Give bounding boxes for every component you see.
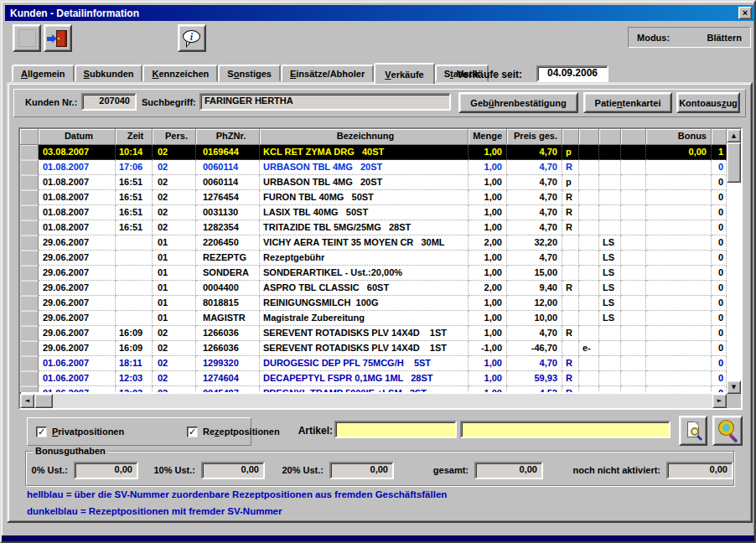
bonusguthaben-label: Bonusguthaben — [33, 446, 108, 456]
row-selector[interactable] — [20, 296, 39, 311]
col-header-datum[interactable]: Datum — [39, 129, 116, 145]
blank-toolbar-button[interactable] — [13, 24, 41, 52]
row-selector[interactable] — [20, 145, 39, 160]
table-row[interactable]: 01.06.200718:11021299320DUROGESIC DEP PF… — [20, 356, 727, 371]
col-header-phznr[interactable]: PhZNr. — [196, 129, 260, 145]
exit-button[interactable] — [44, 24, 72, 52]
row-selector[interactable] — [20, 190, 39, 205]
close-button[interactable]: × — [738, 7, 752, 19]
table-row[interactable]: 01.08.200717:06020060114URBASON TBL 4MG … — [20, 160, 727, 175]
table-row[interactable]: 29.06.2007012206450VICHY AERA TEINT 35 M… — [20, 235, 727, 251]
privatpositionen-checkbox[interactable]: ✓ Privatpositionen — [36, 427, 124, 437]
cell-bezeichnung: Rezeptgebühr — [260, 251, 469, 266]
table-row[interactable]: 01.06.200712:03020045497PREGNYL TRAMP 50… — [20, 386, 727, 392]
table-row[interactable]: 03.08.200710:14020169644KCL RET ZYMA DRG… — [20, 145, 727, 160]
vertical-scrollbar[interactable]: ▲ ▼ — [727, 129, 741, 394]
row-selector[interactable] — [20, 311, 39, 326]
tab-allgemein[interactable]: Allgemein — [12, 65, 75, 82]
tab-einsätze-abholer[interactable]: Einsätze/Abholer — [281, 65, 374, 82]
cell-flag-rezept: p — [562, 145, 579, 160]
cell-flag-extra — [621, 311, 646, 326]
hscroll-thumb[interactable] — [34, 394, 53, 408]
tab-verkäufe[interactable]: Verkäufe — [374, 63, 434, 84]
cell-datum: 01.08.2007 — [39, 220, 116, 235]
cell-datum: 29.06.2007 — [39, 311, 116, 326]
cell-flag-count: 0 — [712, 326, 727, 341]
table-row[interactable]: 01.08.200716:51021276454FURON TBL 40MG 5… — [20, 190, 727, 205]
table-row[interactable]: 29.06.200716:09021266036SEREVENT ROTADIS… — [20, 341, 727, 356]
row-selector[interactable] — [20, 205, 39, 220]
search-button[interactable] — [712, 416, 743, 446]
col-header-preis[interactable]: Preis ges. — [507, 129, 562, 145]
info-button[interactable]: i — [178, 24, 206, 52]
kunden-nr-field[interactable]: 207040 — [81, 93, 137, 111]
table-row[interactable]: 01.08.200716:51020060114URBASON TBL 4MG … — [20, 175, 727, 190]
row-selector[interactable] — [20, 326, 39, 341]
table-row[interactable]: 01.06.200712:03021274604DECAPEPTYL FSPR … — [20, 371, 727, 386]
row-selector[interactable] — [20, 281, 39, 296]
row-selector[interactable] — [20, 251, 39, 266]
col-header-zeit[interactable]: Zeit — [116, 129, 153, 145]
scroll-left-button[interactable]: ◄ — [20, 394, 34, 408]
col-header-flag-rezept[interactable] — [562, 129, 579, 145]
search-magnifier-icon — [719, 421, 733, 435]
checkbox-icon: ✓ — [187, 427, 198, 437]
cell-pers: 02 — [153, 341, 196, 356]
artikel-input-2[interactable] — [460, 421, 671, 438]
cell-pers: 01 — [153, 235, 196, 251]
artikel-input-1[interactable] — [334, 421, 457, 438]
table-row[interactable]: 29.06.2007018018815REINIGUNGSMILCH 100G1… — [20, 296, 727, 311]
table-row[interactable]: 01.08.200716:51021282354TRITAZIDE TBL 5M… — [20, 220, 727, 235]
row-selector[interactable] — [20, 160, 39, 175]
kontoauszug-button[interactable]: Kontoauszug — [676, 92, 740, 113]
verkaeufe-seit-field[interactable]: 04.09.2006 — [536, 65, 608, 82]
cell-menge: 1,00 — [469, 175, 507, 190]
row-selector[interactable] — [20, 386, 39, 392]
cell-flag-rezept: R — [562, 371, 579, 386]
patientenkartei-button[interactable]: Patientenkartei — [583, 92, 672, 113]
col-header-flag-extra[interactable] — [621, 129, 646, 145]
cell-zeit — [116, 251, 153, 266]
suchbegriff-field[interactable]: FARINGER HERTHA — [199, 93, 451, 111]
row-selector[interactable] — [20, 341, 39, 356]
col-header-bonus[interactable]: Bonus — [646, 129, 712, 145]
col-header-pers[interactable]: Pers. — [153, 129, 196, 145]
row-selector[interactable] — [20, 235, 39, 251]
cell-flag-extra — [621, 326, 646, 341]
row-selector[interactable] — [20, 266, 39, 281]
col-header-flag-ls[interactable] — [599, 129, 621, 145]
print-preview-button[interactable] — [679, 416, 707, 446]
title-bar[interactable]: Kunden - Detailinformation × — [5, 5, 754, 21]
cell-flag-rezept — [562, 251, 579, 266]
table-row[interactable]: 29.06.200701REZEPTGRezeptgebühr1,004,70L… — [20, 251, 727, 266]
table-row[interactable]: 29.06.2007010004400ASPRO TBL CLASSIC 60S… — [20, 281, 727, 296]
horizontal-scrollbar[interactable]: ◄ ► — [20, 394, 727, 408]
table-row[interactable]: 29.06.200701SONDERASONDERARTIKEL - Ust.:… — [20, 266, 727, 281]
row-selector[interactable] — [20, 356, 39, 371]
scroll-down-button[interactable]: ▼ — [727, 380, 741, 394]
row-selector[interactable] — [20, 175, 39, 190]
row-selector[interactable] — [20, 220, 39, 235]
col-header-menge[interactable]: Menge — [469, 129, 507, 145]
cell-flag-extra — [621, 145, 646, 160]
tab-kennzeichen[interactable]: Kennzeichen — [142, 65, 218, 82]
cell-zeit: 12:03 — [116, 386, 153, 392]
scroll-right-button[interactable]: ► — [712, 394, 727, 408]
cell-preis: 4,70 — [507, 190, 562, 205]
cell-preis: 9,40 — [507, 281, 562, 296]
tab-subkunden[interactable]: Subkunden — [75, 65, 143, 82]
col-header-flag-e[interactable] — [579, 129, 599, 145]
tab-sonstiges[interactable]: Sonstiges — [218, 65, 281, 82]
row-selector[interactable] — [20, 371, 39, 386]
table-row[interactable]: 01.08.200716:51020031130LASIX TBL 40MG 5… — [20, 205, 727, 220]
scroll-up-button[interactable]: ▲ — [727, 129, 741, 142]
gebuehrenbestaetigung-button[interactable]: Gebührenbestätigung — [458, 92, 578, 113]
hscroll-track[interactable] — [53, 394, 712, 408]
table-row[interactable]: 29.06.200701MAGISTRMagistrale Zubereitun… — [20, 311, 727, 326]
col-header-flag-count[interactable] — [712, 129, 727, 145]
cell-phznr: 0004400 — [196, 281, 260, 296]
col-header-bezeichnung[interactable]: Bezeichnung — [260, 129, 469, 145]
table-row[interactable]: 29.06.200716:09021266036SEREVENT ROTADIS… — [20, 326, 727, 341]
col-header-sel[interactable] — [20, 129, 39, 145]
vscroll-thumb[interactable] — [727, 142, 741, 183]
